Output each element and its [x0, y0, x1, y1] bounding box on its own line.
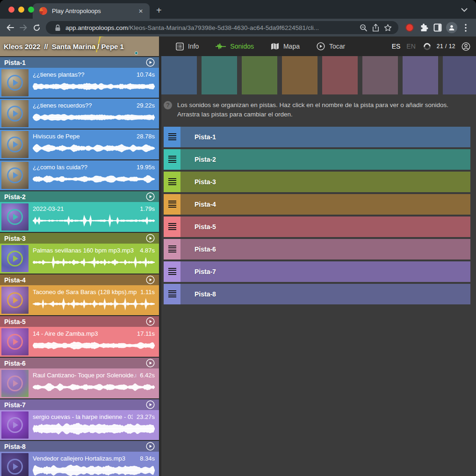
drag-handle[interactable]	[164, 149, 180, 170]
track-header-pista-6[interactable]: Pista-6	[0, 358, 159, 368]
clip-duration: 23.27s	[137, 413, 155, 420]
clip-info: Hiviscus de Pepe28.78s	[30, 130, 159, 159]
clip-info: sergio cuevas - la harpe indienne - 03 -…	[30, 410, 159, 440]
nav-tocar-icon	[317, 42, 325, 50]
header-right: ES EN 21 / 12	[392, 42, 470, 51]
track-play-button[interactable]	[146, 359, 155, 368]
track-play-button[interactable]	[146, 275, 155, 284]
clip[interactable]: ¿¿tienes recuerdos??29.22s	[0, 99, 159, 129]
track-play-button[interactable]	[146, 58, 155, 67]
side-panel-icon[interactable]	[431, 21, 444, 34]
track-header-pista-7[interactable]: Pista-7	[0, 399, 159, 410]
track-row-pista-7: Pista-7	[164, 261, 470, 282]
track-row-pista-4: Pista-4	[164, 194, 470, 215]
color-swatch-pista-5[interactable]	[322, 56, 358, 94]
record-extension-icon[interactable]	[403, 21, 416, 34]
close-window-button[interactable]	[8, 7, 14, 13]
track-row-label: Pista-4	[195, 201, 216, 208]
drag-handle-icon	[168, 178, 176, 185]
zoom-window-button[interactable]	[28, 7, 34, 13]
nav-item-tocar[interactable]: Tocar	[317, 42, 345, 50]
lang-en-button[interactable]: EN	[406, 43, 415, 50]
clip[interactable]: Vendedor callejero Hortalizas.mp38.34s	[0, 452, 159, 476]
track-row-label: Pista-7	[195, 268, 216, 275]
track-row-button[interactable]: Pista-8	[180, 284, 470, 304]
track-row-button[interactable]: Pista-2	[180, 149, 470, 170]
account-icon[interactable]	[462, 42, 470, 51]
color-swatch-pista-7[interactable]	[403, 56, 438, 94]
track-header-pista-8[interactable]: Pista-8	[0, 441, 159, 452]
clip-waveform	[33, 212, 155, 231]
tab-close-icon[interactable]: ✕	[137, 7, 145, 15]
track-row-button[interactable]: Pista-3	[180, 172, 470, 192]
drag-handle[interactable]	[164, 239, 180, 260]
browser-tab[interactable]: Play Antropoloops ✕	[33, 3, 150, 19]
clip[interactable]: 14 - Aire de Zamba.mp317.11s	[0, 327, 159, 357]
lock-icon[interactable]	[51, 22, 64, 34]
clip[interactable]: Palmas sevillanas 160 bpm mp3.mp34.87s	[0, 244, 159, 274]
track-header-pista-4[interactable]: Pista-4	[0, 274, 159, 285]
track-row-button[interactable]: Pista-1	[180, 127, 470, 147]
nav-sonidos-icon	[216, 43, 226, 50]
breadcrumb: Kleos 2022 // Santa Marina / Pepe 1	[4, 36, 124, 56]
share-icon[interactable]	[369, 22, 382, 34]
clip[interactable]: ¿¿tienes plantas??10.74s	[0, 68, 159, 98]
track-name: Pista-1	[4, 59, 26, 66]
track-play-button[interactable]	[146, 442, 155, 451]
color-swatch-pista-6[interactable]	[362, 56, 398, 94]
clip[interactable]: Raul Cantizano- Toque por Solenoide.mp36…	[0, 368, 159, 398]
drag-handle[interactable]	[164, 284, 180, 304]
clip-info: ¿¿tienes recuerdos??29.22s	[30, 99, 159, 129]
url-bar[interactable]: app.antropoloops.com/Kleos-Santa-Marina/…	[46, 21, 398, 34]
map-thumbnail[interactable]: Kleos 2022 // Santa Marina / Pepe 1	[0, 36, 159, 56]
minimize-window-button[interactable]	[18, 7, 24, 13]
drag-handle[interactable]	[164, 216, 180, 237]
zoom-out-icon[interactable]	[357, 22, 369, 34]
track-header-pista-3[interactable]: Pista-3	[0, 233, 159, 244]
tab-search-chevron-icon[interactable]	[461, 6, 468, 14]
track-header-pista-2[interactable]: Pista-2	[0, 191, 159, 202]
nav-item-info[interactable]: Info	[176, 43, 199, 50]
track-row-button[interactable]: Pista-7	[180, 261, 470, 282]
track-play-button[interactable]	[146, 317, 155, 326]
drag-handle[interactable]	[164, 194, 180, 215]
nav-item-mapa[interactable]: Mapa	[271, 43, 300, 50]
bookmark-star-icon[interactable]	[382, 22, 394, 34]
clip-duration: 1.11s	[140, 288, 155, 296]
clip[interactable]: 2022-03-211.79s	[0, 202, 159, 232]
track-play-button[interactable]	[146, 400, 155, 409]
reload-button[interactable]	[30, 21, 43, 34]
color-swatch-pista-3[interactable]	[242, 56, 277, 94]
browser-profile-avatar[interactable]	[445, 21, 458, 34]
clip-duration: 4.87s	[140, 247, 155, 254]
clip-waveform	[33, 379, 155, 397]
clip[interactable]: Taconeo de Sara Baras (128 kbps).mp31.11…	[0, 285, 159, 315]
color-swatch-pista-2[interactable]	[202, 56, 237, 94]
track-header-pista-1[interactable]: Pista-1	[0, 57, 159, 68]
clip[interactable]: sergio cuevas - la harpe indienne - 03 -…	[0, 410, 159, 440]
color-swatch-pista-8[interactable]	[443, 56, 476, 94]
new-tab-button[interactable]: +	[156, 5, 162, 16]
back-button[interactable]	[4, 21, 17, 34]
drag-handle[interactable]	[164, 261, 180, 282]
breadcrumb-page: Santa Marina / Pepe 1	[52, 43, 124, 50]
color-swatch-pista-4[interactable]	[282, 56, 317, 94]
track-row-button[interactable]: Pista-4	[180, 194, 470, 215]
color-swatch-pista-1[interactable]	[161, 56, 197, 94]
drag-handle[interactable]	[164, 172, 180, 192]
drag-handle[interactable]	[164, 127, 180, 147]
lang-es-button[interactable]: ES	[392, 43, 401, 50]
track-header-pista-5[interactable]: Pista-5	[0, 316, 159, 327]
clip-duration: 1.79s	[140, 205, 155, 212]
track-row-button[interactable]: Pista-6	[180, 239, 470, 260]
clip[interactable]: ¿¿como las cuida??19.95s	[0, 160, 159, 190]
track-play-button[interactable]	[146, 192, 155, 201]
extensions-puzzle-icon[interactable]	[417, 21, 430, 34]
clip[interactable]: Hiviscus de Pepe28.78s	[0, 130, 159, 159]
track-row-label: Pista-1	[195, 133, 216, 141]
forward-button[interactable]	[17, 21, 30, 34]
nav-item-sonidos[interactable]: Sonidos	[216, 43, 254, 50]
browser-menu-icon[interactable]	[459, 21, 472, 34]
track-row-button[interactable]: Pista-5	[180, 216, 470, 237]
track-play-button[interactable]	[146, 234, 155, 243]
